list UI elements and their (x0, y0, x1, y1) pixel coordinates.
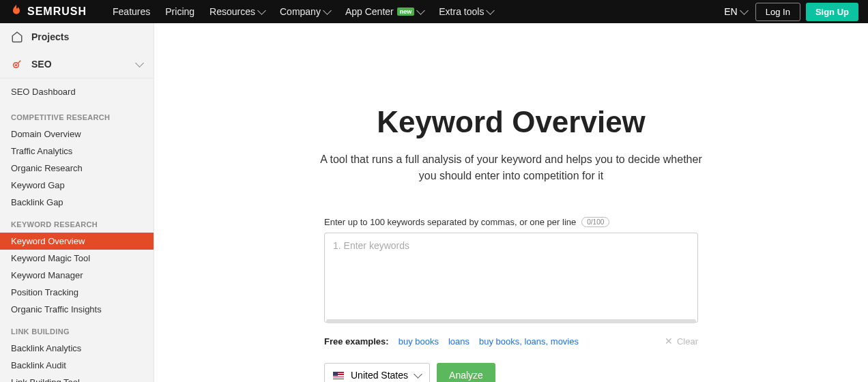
analyze-button[interactable]: Analyze (437, 363, 495, 382)
brand-logo[interactable]: SEMRUSH (10, 3, 87, 20)
sidebar-item-keyword-magic[interactable]: Keyword Magic Tool (0, 250, 154, 267)
input-hint: Enter up to 100 keywords separated by co… (324, 217, 576, 227)
sidebar-group-competitive: COMPETITIVE RESEARCH (0, 104, 154, 126)
page-subtitle: A tool that runs a full analysis of your… (320, 151, 702, 184)
sidebar-item-keyword-gap[interactable]: Keyword Gap (0, 177, 154, 194)
sidebar-item-organic-research[interactable]: Organic Research (0, 160, 154, 177)
brand-text: SEMRUSH (27, 5, 87, 18)
svg-point-1 (16, 65, 17, 66)
nav-features[interactable]: Features (113, 6, 150, 17)
chevron-down-icon (135, 59, 144, 68)
examples-label: Free examples: (324, 336, 389, 347)
brand-flame-icon (10, 3, 23, 20)
clear-button[interactable]: ✕ Clear (665, 336, 698, 347)
clear-label: Clear (677, 336, 698, 347)
sidebar-item-backlink-audit[interactable]: Backlink Audit (0, 357, 154, 374)
close-icon: ✕ (665, 336, 673, 347)
sidebar-item-keyword-overview[interactable]: Keyword Overview (0, 233, 154, 250)
nav-app-center[interactable]: App Centernew (345, 6, 424, 17)
nav-company[interactable]: Company (280, 6, 330, 17)
sidebar-item-projects[interactable]: Projects (0, 23, 154, 50)
sidebar: Projects SEO SEO Dashboard COMPETITIVE R… (0, 23, 154, 382)
example-link[interactable]: loans (448, 336, 469, 347)
login-button[interactable]: Log In (755, 3, 800, 21)
nav-extra-tools[interactable]: Extra tools (439, 6, 493, 17)
us-flag-icon (333, 372, 344, 379)
sidebar-group-link: LINK BUILDING (0, 318, 154, 340)
chevron-down-icon (740, 6, 749, 15)
sidebar-item-seo[interactable]: SEO (0, 50, 154, 78)
sidebar-label: SEO (31, 59, 52, 70)
nav-label: App Center (345, 6, 394, 17)
sidebar-item-organic-traffic[interactable]: Organic Traffic Insights (0, 301, 154, 318)
page-title: Keyword Overview (252, 105, 770, 139)
database-selector[interactable]: United States (324, 363, 430, 382)
nav-resources[interactable]: Resources (209, 6, 265, 17)
target-icon (11, 58, 23, 70)
nav-label: Resources (209, 6, 255, 17)
chevron-down-icon (487, 6, 495, 15)
sidebar-item-backlink-analytics[interactable]: Backlink Analytics (0, 340, 154, 357)
home-icon (11, 31, 23, 43)
sidebar-group-keyword: KEYWORD RESEARCH (0, 211, 154, 233)
nav-label: Features (113, 6, 150, 17)
nav-menu: Features Pricing Resources Company App C… (113, 6, 493, 17)
nav-pricing[interactable]: Pricing (165, 6, 194, 17)
chevron-down-icon (257, 6, 266, 15)
top-navbar: SEMRUSH Features Pricing Resources Compa… (0, 0, 868, 23)
chevron-down-icon (414, 370, 422, 379)
nav-label: Company (280, 6, 321, 17)
language-selector[interactable]: EN (724, 6, 747, 17)
sidebar-item-backlink-gap[interactable]: Backlink Gap (0, 194, 154, 211)
sidebar-item-position-tracking[interactable]: Position Tracking (0, 284, 154, 301)
chevron-down-icon (416, 6, 425, 15)
sidebar-item-keyword-manager[interactable]: Keyword Manager (0, 267, 154, 284)
new-badge: new (397, 8, 415, 16)
keyword-counter: 0/100 (581, 217, 609, 227)
lang-label: EN (724, 6, 737, 17)
chevron-down-icon (323, 6, 332, 15)
sidebar-item-domain-overview[interactable]: Domain Overview (0, 126, 154, 143)
sidebar-item-seo-dashboard[interactable]: SEO Dashboard (0, 78, 154, 104)
database-label: United States (351, 370, 408, 381)
keywords-input[interactable] (324, 233, 698, 323)
nav-label: Pricing (165, 6, 194, 17)
sidebar-item-link-building[interactable]: Link Building Tool (0, 374, 154, 382)
nav-label: Extra tools (439, 6, 484, 17)
main-content: Keyword Overview A tool that runs a full… (154, 23, 868, 382)
example-link[interactable]: buy books, loans, movies (479, 336, 579, 347)
sidebar-label: Projects (31, 31, 69, 42)
example-link[interactable]: buy books (399, 336, 439, 347)
signup-button[interactable]: Sign Up (806, 3, 858, 21)
sidebar-item-traffic-analytics[interactable]: Traffic Analytics (0, 143, 154, 160)
